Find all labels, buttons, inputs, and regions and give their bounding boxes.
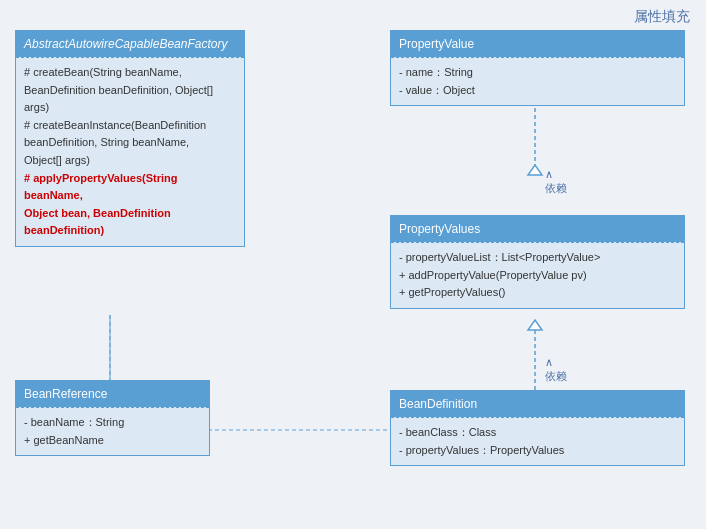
pv-field-2: - value：Object [399,82,676,100]
class-bean-definition-body: - beanClass：Class - propertyValues：Prope… [391,417,684,465]
class-abstract-factory: AbstractAutowireCapableBeanFactory # cre… [15,30,245,247]
dependency-label-2: ∧ 依赖 [545,356,567,384]
class-bean-reference-body: - beanName：String + getBeanName [16,407,209,455]
method-1b: BeanDefinition beanDefinition, Object[] [24,82,236,100]
class-property-value-header: PropertyValue [391,31,684,57]
bd-field-1: - beanClass：Class [399,424,676,442]
svg-marker-1 [528,165,542,175]
page-title: 属性填充 [634,8,690,26]
class-abstract-factory-body: # createBean(String beanName, BeanDefini… [16,57,244,246]
class-bean-reference-header: BeanReference [16,381,209,407]
pvs-method-1: + addPropertyValue(PropertyValue pv) [399,267,676,285]
class-property-value-name: PropertyValue [399,37,474,51]
bd-field-2: - propertyValues：PropertyValues [399,442,676,460]
class-bean-reference: BeanReference - beanName：String + getBea… [15,380,210,456]
class-bean-reference-name: BeanReference [24,387,107,401]
method-2b: beanDefinition, String beanName, [24,134,236,152]
svg-marker-6 [528,320,542,330]
page-container: 属性填充 ∧ 依赖 ∧ 依赖 AbstractAutowireCapableBe… [0,0,706,529]
method-2c: Object[] args) [24,152,236,170]
class-bean-definition-header: BeanDefinition [391,391,684,417]
class-abstract-factory-name: AbstractAutowireCapableBeanFactory [24,37,227,51]
pv-field-1: - name：String [399,64,676,82]
method-3b: Object bean, BeanDefinition [24,205,236,223]
br-method-1: + getBeanName [24,432,201,450]
class-bean-definition: BeanDefinition - beanClass：Class - prope… [390,390,685,466]
method-1c: args) [24,99,236,117]
class-property-value: PropertyValue - name：String - value：Obje… [390,30,685,106]
class-property-value-body: - name：String - value：Object [391,57,684,105]
dependency-label-1: ∧ 依赖 [545,168,567,196]
method-2: # createBeanInstance(BeanDefinition [24,117,236,135]
class-property-values: PropertyValues - propertyValueList：List<… [390,215,685,309]
pvs-field-1: - propertyValueList：List<PropertyValue> [399,249,676,267]
class-bean-definition-name: BeanDefinition [399,397,477,411]
method-3c: beanDefinition) [24,222,236,240]
br-field-1: - beanName：String [24,414,201,432]
class-property-values-name: PropertyValues [399,222,480,236]
class-property-values-header: PropertyValues [391,216,684,242]
pvs-method-2: + getPropertyValues() [399,284,676,302]
class-abstract-factory-header: AbstractAutowireCapableBeanFactory [16,31,244,57]
method-1: # createBean(String beanName, [24,64,236,82]
class-label: Class [469,426,497,438]
class-property-values-body: - propertyValueList：List<PropertyValue> … [391,242,684,308]
method-3: # applyPropertyValues(String beanName, [24,170,236,205]
